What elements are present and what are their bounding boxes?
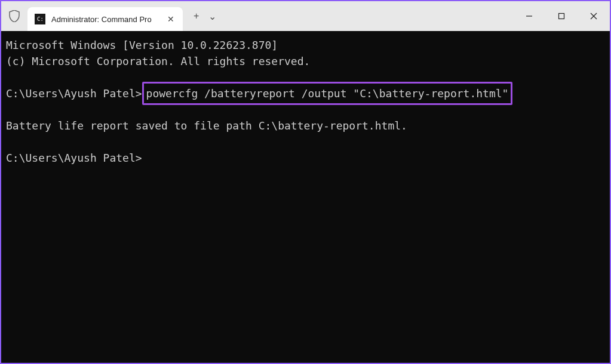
copyright-line: (c) Microsoft Corporation. All rights re… [6,53,605,69]
tab-close-button[interactable]: ✕ [166,14,176,24]
terminal-window: C:\ Administrator: Command Pro ✕ + ⌄ Mic… [0,0,611,364]
close-button[interactable] [578,1,610,31]
os-version-line: Microsoft Windows [Version 10.0.22623.87… [6,37,605,53]
titlebar: C:\ Administrator: Command Pro ✕ + ⌄ [1,1,610,31]
active-tab[interactable]: C:\ Administrator: Command Pro ✕ [27,7,183,31]
prompt-text: C:\Users\Ayush Patel> [6,87,142,100]
svg-rect-2 [559,14,564,19]
terminal-icon: C:\ [35,14,45,24]
tab-title: Administrator: Command Pro [51,15,160,24]
new-tab-button[interactable]: + [194,11,199,21]
app-shield-icon [7,9,22,23]
output-line: Battery life report saved to file path C… [6,118,605,134]
tab-dropdown-button[interactable]: ⌄ [208,11,216,22]
command-line-1: C:\Users\Ayush Patel>powercfg /batteryre… [6,85,605,101]
highlighted-command: powercfg /batteryreport /output "C:\batt… [142,82,513,105]
tab-controls: + ⌄ [194,11,216,22]
maximize-button[interactable] [545,1,578,31]
minimize-button[interactable] [513,1,545,31]
terminal-output[interactable]: Microsoft Windows [Version 10.0.22623.87… [1,31,610,363]
window-controls [513,1,610,31]
svg-text:C:\: C:\ [37,16,44,22]
command-line-2: C:\Users\Ayush Patel> [6,150,605,166]
